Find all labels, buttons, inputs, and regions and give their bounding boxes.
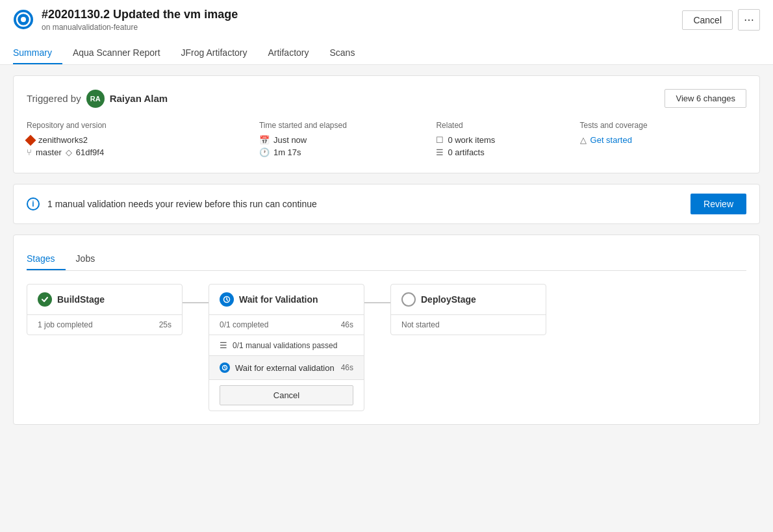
wait-stage-icon	[220, 292, 234, 307]
wait-stage: Wait for Validation 0/1 completed 46s ☰ …	[209, 284, 364, 411]
wait-time: 46s	[341, 320, 353, 329]
checklist-icon: ☰	[220, 340, 227, 350]
tests-section: Tests and coverage △ Get started	[580, 121, 746, 160]
tab-jobs[interactable]: Jobs	[66, 248, 106, 270]
repo-diamond-icon	[25, 134, 36, 146]
clock-icon: 🕐	[259, 147, 270, 157]
trigger-name: Raiyan Alam	[110, 93, 168, 104]
related-section: Related ☐ 0 work items ☰ 0 artifacts	[436, 121, 569, 160]
view-changes-button[interactable]: View 6 changes	[665, 89, 746, 108]
connector-1	[183, 302, 209, 303]
tab-scans[interactable]: Scans	[319, 42, 365, 64]
deploy-stage-name: DeployStage	[421, 294, 476, 305]
cancel-stage-button[interactable]: Cancel	[220, 385, 353, 405]
more-button[interactable]: ⋯	[738, 9, 760, 31]
wait-job-name: Wait for external validation	[235, 363, 335, 373]
tab-stages[interactable]: Stages	[27, 248, 66, 270]
avatar: RA	[86, 90, 105, 108]
review-button[interactable]: Review	[691, 194, 746, 214]
cancel-button[interactable]: Cancel	[682, 10, 733, 30]
tab-summary[interactable]: Summary	[13, 42, 62, 64]
manual-validations-text: 0/1 manual validations passed	[233, 341, 337, 350]
nav-tabs: Summary Aqua Scanner Report JFrog Artifa…	[13, 42, 760, 64]
deploy-stage: DeployStage Not started	[390, 284, 546, 335]
artifacts-icon: ☰	[436, 147, 444, 157]
tab-jfrog[interactable]: JFrog Artifactory	[171, 42, 258, 64]
repo-section: Repository and version zenithworks2 ⑂ ma…	[27, 121, 249, 160]
validation-banner: i 1 manual validation needs your review …	[13, 184, 760, 224]
stages-tabs: Stages Jobs	[27, 248, 746, 271]
tests-section-label: Tests and coverage	[580, 121, 746, 130]
svg-point-2	[21, 17, 26, 22]
commit-hash: 61df9f4	[76, 147, 104, 157]
subtitle: on manualvalidation-feature	[42, 23, 238, 32]
calendar-icon: 📅	[259, 135, 270, 145]
deploy-stage-icon	[401, 292, 416, 307]
pipeline-icon	[13, 9, 34, 30]
wait-completed: 0/1 completed	[220, 320, 268, 329]
wait-job-time: 46s	[341, 363, 353, 372]
trigger-card: Triggered by RA Raiyan Alam View 6 chang…	[13, 75, 760, 173]
related-section-label: Related	[436, 121, 569, 130]
build-success-icon	[38, 292, 52, 307]
stages-card: Stages Jobs BuildStage 1 job	[13, 234, 760, 425]
repo-name: zenithworks2	[38, 135, 88, 145]
workitems-icon: ☐	[436, 135, 444, 145]
connector-2	[364, 302, 390, 303]
tests-icon: △	[580, 135, 587, 145]
tab-aqua[interactable]: Aqua Scanner Report	[62, 42, 171, 64]
page-header: #20201130.2 Updated the vm image on manu…	[0, 0, 773, 65]
get-started-link[interactable]: Get started	[590, 135, 632, 145]
info-icon: i	[27, 197, 40, 210]
build-time: 25s	[159, 320, 171, 329]
work-items-count: 0 work items	[448, 135, 495, 145]
wait-stage-name: Wait for Validation	[239, 294, 318, 305]
banner-message: 1 manual validation needs your review be…	[47, 199, 317, 209]
job-wait-icon	[220, 362, 230, 373]
triggered-by-label: Triggered by	[27, 93, 81, 104]
time-elapsed: 1m 17s	[273, 147, 301, 157]
time-section: Time started and elapsed 📅 Just now 🕐 1m…	[259, 121, 425, 160]
page-title: #20201130.2 Updated the vm image	[42, 8, 238, 21]
time-section-label: Time started and elapsed	[259, 121, 425, 130]
branch-name: master	[36, 147, 62, 157]
tab-artifactory[interactable]: Artifactory	[257, 42, 319, 64]
build-jobs-count: 1 job completed	[38, 320, 93, 329]
branch-icon: ⑂	[27, 147, 32, 157]
build-stage: BuildStage 1 job completed 25s	[27, 284, 183, 335]
time-started: Just now	[273, 135, 307, 145]
build-stage-name: BuildStage	[57, 294, 105, 305]
deploy-status: Not started	[401, 320, 440, 329]
artifacts-count: 0 artifacts	[448, 147, 484, 157]
commit-icon: ◇	[66, 147, 72, 157]
repo-section-label: Repository and version	[27, 121, 249, 130]
